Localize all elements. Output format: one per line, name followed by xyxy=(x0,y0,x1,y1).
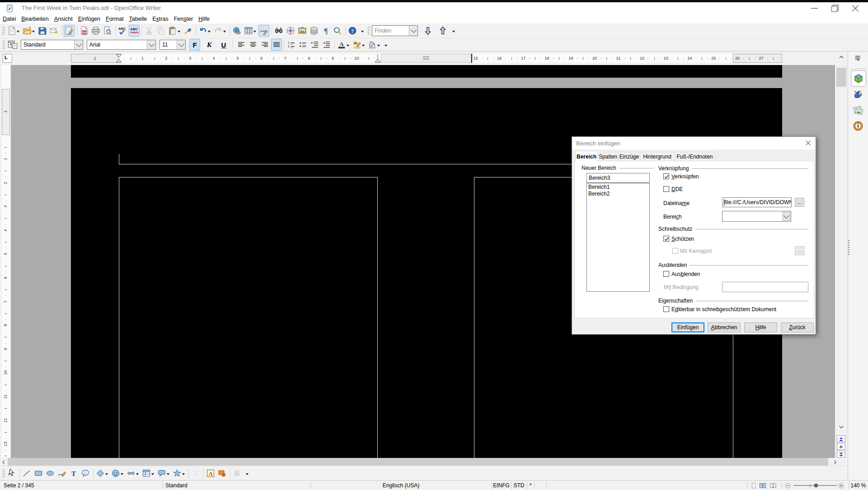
callout-button[interactable] xyxy=(80,467,91,479)
menu-hilfe[interactable]: Hilfe xyxy=(196,15,212,23)
find-next-button[interactable] xyxy=(422,25,434,37)
autospellcheck-button[interactable]: ABC xyxy=(129,25,140,37)
background-color-button[interactable] xyxy=(367,39,381,51)
highlighting-button-dropdown[interactable] xyxy=(362,45,365,48)
formatting-toolbar-grip[interactable] xyxy=(2,40,5,50)
edit-points-button[interactable] xyxy=(190,467,201,479)
scroll-up-button[interactable] xyxy=(838,54,845,61)
insert-button[interactable]: Einfügen xyxy=(671,322,704,332)
redo-button-dropdown[interactable] xyxy=(223,31,226,34)
nonprinting-chars-button[interactable]: ¶ xyxy=(320,25,331,37)
line-button[interactable] xyxy=(21,467,32,479)
password-checkbox-label[interactable]: Mit Kennwort xyxy=(680,248,712,254)
stars-button-dropdown[interactable] xyxy=(182,473,185,476)
find-previous-button[interactable] xyxy=(436,25,449,37)
next-page-button[interactable] xyxy=(837,451,845,457)
find-combo[interactable]: Finden xyxy=(372,25,418,36)
dialog-tab-hintergrund[interactable]: Hintergrund xyxy=(640,152,675,161)
ellipse-button[interactable] xyxy=(45,467,56,479)
status-page-style[interactable]: Standard xyxy=(165,482,188,489)
export-pdf-button[interactable]: PDF xyxy=(79,25,89,37)
tab-stop-selector[interactable]: L xyxy=(3,54,12,63)
vertical-scrollbar[interactable] xyxy=(835,51,848,458)
status-zoom-value[interactable]: 140 % xyxy=(849,482,868,489)
status-language[interactable]: Englisch (USA) xyxy=(310,482,492,489)
font-size-dropdown[interactable] xyxy=(177,40,185,49)
sidebar-tab-properties[interactable] xyxy=(851,70,866,87)
font-name-combo[interactable]: Arial xyxy=(87,40,156,50)
font-color-button[interactable]: A xyxy=(336,39,351,51)
spellcheck-button[interactable]: ABC xyxy=(117,25,128,37)
password-browse-button[interactable]: ... xyxy=(795,246,804,255)
section-name-input[interactable]: Bereich3 xyxy=(586,173,650,183)
password-checkbox[interactable] xyxy=(672,248,678,254)
scroll-left-button[interactable] xyxy=(1,459,7,465)
section-combo[interactable] xyxy=(722,211,791,222)
new-document-button-dropdown[interactable] xyxy=(17,31,19,34)
sidebar-menu-button[interactable] xyxy=(854,54,862,62)
help-dialog-button[interactable]: Hilfe xyxy=(744,322,777,332)
view-multi-page-button[interactable] xyxy=(758,482,767,489)
print-button[interactable] xyxy=(90,25,101,37)
editable-checkbox-label[interactable]: Editierbar in schreibgeschütztem Dokumen… xyxy=(671,306,776,313)
horizontal-ruler[interactable]: 11234567891015161718192021222324252627 xyxy=(0,51,835,65)
find-combo-dropdown[interactable] xyxy=(409,26,418,36)
symbol-shapes-button-dropdown[interactable] xyxy=(121,473,123,476)
scroll-down-button[interactable] xyxy=(838,424,845,430)
stars-button[interactable] xyxy=(172,467,186,479)
vertical-ruler[interactable]: 112345678910111213 xyxy=(0,65,11,458)
section-list[interactable]: Bereich1 Bereich2 xyxy=(586,183,650,292)
condition-input[interactable] xyxy=(722,282,808,292)
menu-einfgen[interactable]: Einfügen xyxy=(75,15,103,23)
section-combo-dropdown[interactable] xyxy=(783,212,790,221)
align-left-button[interactable] xyxy=(236,39,247,51)
hyperlink-button[interactable] xyxy=(231,25,242,37)
format-paintbrush-button[interactable] xyxy=(183,25,193,37)
align-right-button[interactable] xyxy=(259,39,270,51)
link-checkbox[interactable] xyxy=(663,173,669,179)
styles-panel-button[interactable]: ¶ xyxy=(6,39,19,51)
sidebar-tab-gallery[interactable] xyxy=(852,104,864,116)
undo-button-dropdown[interactable] xyxy=(208,31,211,34)
table-button[interactable] xyxy=(243,25,258,37)
zoom-out-button[interactable] xyxy=(785,483,791,489)
save-button[interactable] xyxy=(37,25,48,37)
dialog-tab-fuendnoten[interactable]: Fuß-/Endnoten xyxy=(675,152,715,161)
table-button-dropdown[interactable] xyxy=(253,31,256,34)
freeform-line-button[interactable] xyxy=(56,467,67,479)
find-replace-button[interactable] xyxy=(273,25,284,37)
callouts-button-dropdown[interactable] xyxy=(167,473,169,476)
new-document-button[interactable] xyxy=(6,25,21,37)
zoom-in-button[interactable] xyxy=(838,483,844,489)
zoom-button[interactable] xyxy=(332,25,343,37)
numbered-list-button[interactable]: 12 xyxy=(286,39,297,51)
draw-functions-button[interactable] xyxy=(258,25,269,37)
dialog-tab-spalten[interactable]: Spalten xyxy=(598,152,619,161)
menu-tabelle[interactable]: Tabelle xyxy=(127,15,150,23)
flowchart-button-dropdown[interactable] xyxy=(151,473,154,476)
select-button[interactable] xyxy=(6,467,17,479)
status-insert-mode[interactable]: EINFG xyxy=(492,482,511,489)
menu-format[interactable]: Format xyxy=(103,15,127,23)
align-center-button[interactable] xyxy=(248,39,258,51)
drawing-toolbar-grip[interactable] xyxy=(2,468,5,478)
block-arrows-button[interactable] xyxy=(126,467,140,479)
open-button-dropdown[interactable] xyxy=(32,31,35,34)
right-indent-marker[interactable] xyxy=(374,54,381,63)
paste-button[interactable] xyxy=(167,25,182,37)
rectangle-button[interactable] xyxy=(33,467,44,479)
indent-markers[interactable] xyxy=(115,54,122,63)
open-button[interactable] xyxy=(22,25,36,37)
scroll-right-button[interactable] xyxy=(832,459,838,465)
text-box-button[interactable]: T xyxy=(68,467,79,479)
protect-checkbox-label[interactable]: Schützen xyxy=(671,236,694,242)
cut-button[interactable] xyxy=(144,25,155,37)
edit-file-button[interactable] xyxy=(64,25,75,37)
previous-page-button[interactable] xyxy=(837,435,845,442)
minimize-button[interactable] xyxy=(807,2,822,14)
drawing-overflow-button[interactable] xyxy=(244,467,251,479)
highlighting-button[interactable]: ab xyxy=(352,39,366,51)
bold-button[interactable]: F xyxy=(189,39,200,51)
status-page-number[interactable]: Seite 2 / 345 xyxy=(4,482,34,489)
underline-button[interactable]: U xyxy=(218,39,229,51)
